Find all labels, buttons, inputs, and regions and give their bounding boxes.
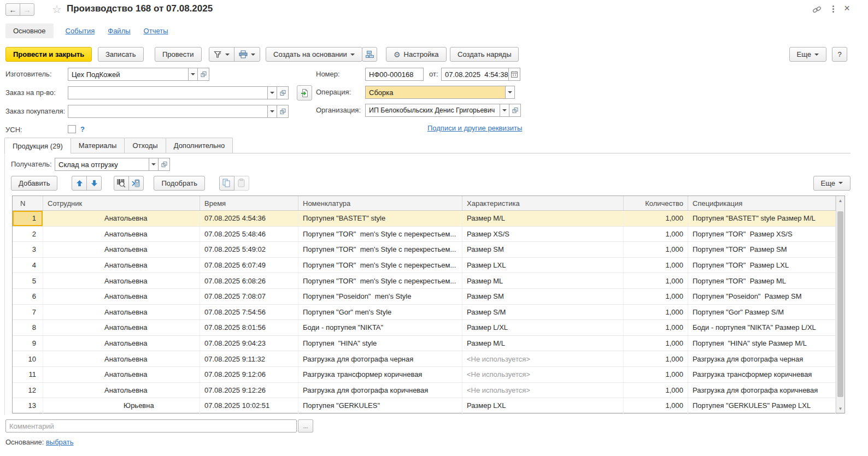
cell-variant[interactable]: Размер M/L [462, 336, 624, 351]
cell-qty[interactable]: 1,000 [624, 305, 688, 320]
table-row[interactable]: 13Юрьевна07.08.2025 10:02:51Портупея "GE… [13, 398, 844, 414]
cell-spec[interactable]: Портупея "Gor" Размер S/M [688, 305, 836, 320]
cell-qty[interactable]: 1,000 [624, 383, 688, 398]
cell-n[interactable]: 4 [13, 258, 43, 273]
cell-qty[interactable]: 1,000 [624, 211, 688, 226]
forward-button[interactable]: → [20, 3, 34, 16]
cell-spec[interactable]: Портупея "TOR" Размер ML [688, 273, 836, 288]
date-field[interactable]: 07.08.2025 4:54:38 [441, 68, 509, 81]
production-order-field[interactable] [68, 86, 268, 99]
cell-time[interactable]: 07.08.2025 7:54:56 [200, 305, 298, 320]
cell-employee[interactable]: Анатольевна [43, 242, 200, 257]
cell-item[interactable]: Портупея "HINA" style [298, 336, 462, 351]
close-icon[interactable]: × [844, 2, 850, 14]
cell-variant[interactable]: Размер SM [462, 242, 624, 257]
add-row-button[interactable]: Добавить [11, 176, 57, 191]
table-row[interactable]: 3Анатольевна07.08.2025 5:49:02Портупея "… [13, 242, 844, 258]
cell-qty[interactable]: 1,000 [624, 320, 688, 335]
cell-time[interactable]: 07.08.2025 4:54:36 [200, 211, 298, 226]
section-tab-2[interactable]: Файлы [107, 27, 131, 35]
data-terminal-button[interactable] [128, 176, 144, 191]
filter-dropdown-button[interactable] [209, 47, 234, 62]
production-order-dropdown-button[interactable] [267, 86, 277, 99]
get-link-icon[interactable] [812, 5, 822, 14]
cell-spec[interactable]: Портупея "TOR" Размер XS/S [688, 227, 836, 242]
cell-time[interactable]: 07.08.2025 6:07:49 [200, 258, 298, 273]
cell-qty[interactable]: 1,000 [624, 336, 688, 351]
cell-item[interactable]: Портупея "TOR" men's Style с перекрестье… [298, 227, 462, 242]
table-row[interactable]: 5Анатольевна07.08.2025 6:08:26Портупея "… [13, 273, 844, 289]
cell-item[interactable]: Разгрузка для фотографа черная [298, 351, 462, 366]
column-header-employee[interactable]: Сотрудник [43, 196, 200, 210]
cell-variant[interactable]: <Не используется> [462, 383, 624, 398]
more-button[interactable]: Еще [789, 47, 826, 62]
organization-field[interactable]: ИП Белокобыльских Денис Григорьевич [365, 104, 500, 117]
tab-0[interactable]: Продукция (29) [4, 138, 71, 153]
operation-field[interactable]: Сборка [365, 86, 506, 99]
fill-from-order-button[interactable] [297, 85, 312, 100]
print-dropdown-button[interactable] [234, 47, 260, 62]
move-down-button[interactable] [86, 176, 102, 191]
cell-item[interactable]: Портупея "TOR" men's Style с перекрестье… [298, 258, 462, 273]
receiver-open-button[interactable] [158, 158, 170, 171]
cell-time[interactable]: 07.08.2025 9:12:26 [200, 383, 298, 398]
tab-3[interactable]: Дополнительно [166, 138, 233, 153]
section-tab-3[interactable]: Отчеты [143, 27, 169, 35]
tab-2[interactable]: Отходы [124, 138, 166, 153]
cell-variant[interactable]: Размер XS/S [462, 227, 624, 242]
move-up-button[interactable] [72, 176, 87, 191]
cell-n[interactable]: 8 [13, 320, 43, 335]
customer-order-dropdown-button[interactable] [267, 105, 277, 118]
cell-employee[interactable]: Анатольевна [43, 383, 200, 398]
create-work-orders-button[interactable]: Создать наряды [450, 47, 519, 62]
cell-item[interactable]: Портупея "TOR" men's Style с перекрестье… [298, 242, 462, 257]
production-order-open-button[interactable] [277, 86, 289, 99]
usn-checkbox[interactable] [68, 125, 76, 133]
cell-variant[interactable]: Размер L/XL [462, 320, 624, 335]
cell-qty[interactable]: 1,000 [624, 367, 688, 382]
cell-variant[interactable]: Размер SM [462, 289, 624, 304]
settings-button[interactable]: ⚙ Настройка [386, 47, 447, 62]
section-tab-1[interactable]: События [64, 27, 96, 35]
column-header-n[interactable]: N [13, 196, 43, 210]
cell-employee[interactable]: Анатольевна [43, 227, 200, 242]
column-header-qty[interactable]: Количество [624, 196, 688, 210]
table-row[interactable]: 10Анатольевна07.08.2025 9:11:32Разгрузка… [13, 351, 844, 367]
manufacturer-open-button[interactable] [197, 68, 209, 81]
column-header-variant[interactable]: Характеристика [462, 196, 624, 210]
cell-variant[interactable]: <Не используется> [462, 367, 624, 382]
cell-time[interactable]: 07.08.2025 6:08:26 [200, 273, 298, 288]
operation-dropdown-button[interactable] [505, 86, 515, 99]
back-button[interactable]: ← [5, 3, 20, 16]
favorite-star-icon[interactable]: ☆ [52, 3, 62, 16]
barcode-search-button[interactable] [114, 176, 129, 191]
cell-variant[interactable]: Размер S/M [462, 305, 624, 320]
customer-order-field[interactable] [68, 105, 268, 118]
paste-rows-button[interactable] [234, 176, 249, 191]
cell-employee[interactable]: Анатольевна [43, 336, 200, 351]
cell-item[interactable]: Боди - портупея "NIKTA" [298, 320, 462, 335]
cell-employee[interactable]: Анатольевна [43, 367, 200, 382]
copy-rows-button[interactable] [219, 176, 234, 191]
cell-employee[interactable]: Анатольевна [43, 351, 200, 366]
cell-spec[interactable]: Портупея "HINA" style Размер M/L [688, 336, 836, 351]
cell-qty[interactable]: 1,000 [624, 351, 688, 366]
tab-1[interactable]: Материалы [71, 138, 125, 153]
number-field[interactable]: НФ00-000168 [365, 68, 424, 81]
cell-spec[interactable]: Портупея "BASTET" style Размер M/L [688, 211, 836, 226]
cell-item[interactable]: Разгрузка для фотографа коричневая [298, 383, 462, 398]
column-header-item[interactable]: Номенклатура [298, 196, 462, 210]
section-tab-0[interactable]: Основное [5, 23, 54, 38]
cell-spec[interactable]: Боди - портупея "NIKTA" Размер L/XL [688, 320, 836, 335]
cell-employee[interactable]: Юрьевна [43, 398, 200, 413]
scroll-up-button[interactable]: ▲ [836, 196, 844, 205]
cell-n[interactable]: 10 [13, 351, 43, 366]
column-header-time[interactable]: Время [200, 196, 298, 210]
table-more-button[interactable]: Еще [813, 176, 851, 191]
comment-input[interactable] [5, 419, 297, 433]
post-and-close-button[interactable]: Провести и закрыть [5, 47, 92, 62]
create-based-on-button[interactable]: Создать на основании [266, 47, 362, 62]
help-button[interactable]: ? [832, 47, 847, 62]
organization-dropdown-button[interactable] [500, 104, 509, 117]
date-calendar-button[interactable] [508, 68, 520, 81]
